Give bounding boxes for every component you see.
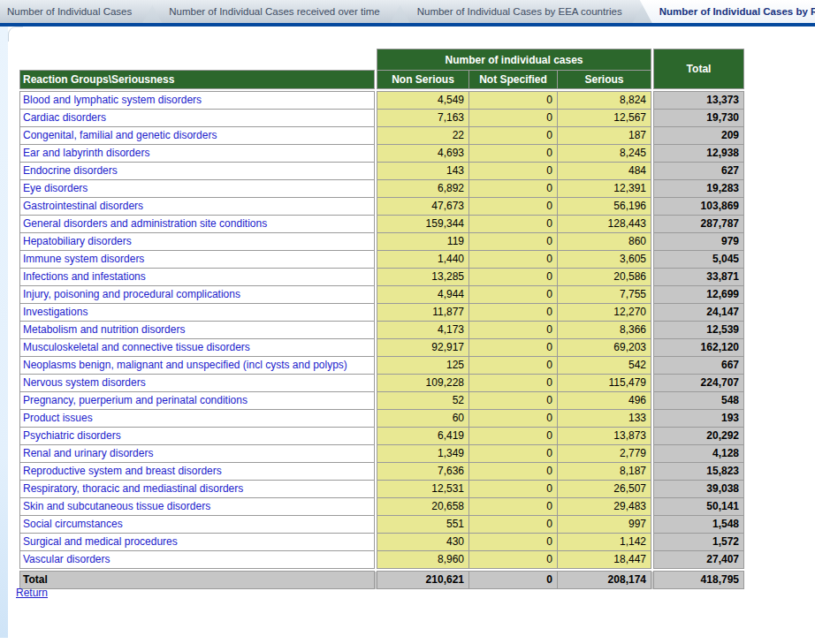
case-count-cell: 1,142 — [558, 534, 651, 551]
case-count-cell: 0 — [469, 180, 558, 198]
reaction-group-link[interactable]: Neoplasms benign, malignant and unspecif… — [20, 357, 375, 375]
grand-total: 418,795 — [654, 572, 744, 589]
row-total-cell: 103,869 — [654, 198, 744, 216]
reaction-group-link[interactable]: Vascular disorders — [20, 551, 375, 569]
reaction-group-link[interactable]: Psychiatric disorders — [20, 428, 375, 445]
case-count-cell: 997 — [558, 516, 651, 534]
case-count-cell: 0 — [469, 145, 558, 163]
row-total-cell: 1,548 — [654, 516, 744, 534]
case-count-cell: 128,443 — [558, 216, 651, 233]
reaction-group-link[interactable]: Gastrointestinal disorders — [20, 198, 375, 216]
row-total-cell: 24,147 — [654, 304, 744, 322]
table-row: Investigations11,877012,27024,147 — [20, 304, 744, 322]
table-row: Surgical and medical procedures43001,142… — [20, 534, 744, 551]
case-count-cell: 13,873 — [558, 428, 651, 445]
row-total-cell: 1,572 — [654, 534, 744, 551]
case-count-cell: 0 — [469, 269, 558, 286]
reaction-group-link[interactable]: Injury, poisoning and procedural complic… — [20, 286, 375, 304]
case-count-cell: 860 — [558, 233, 651, 251]
table-row: Cardiac disorders7,163012,56719,730 — [20, 110, 744, 127]
table-row: Infections and infestations13,285020,586… — [20, 269, 744, 286]
reaction-group-link[interactable]: Infections and infestations — [20, 269, 375, 286]
table-row: Musculoskeletal and connective tissue di… — [20, 339, 744, 357]
case-count-cell: 12,567 — [558, 110, 651, 127]
reaction-group-link[interactable]: Reproductive system and breast disorders — [20, 463, 375, 481]
reaction-group-link[interactable]: General disorders and administration sit… — [20, 216, 375, 233]
header-row-group: Number of individual cases Total — [20, 49, 744, 71]
case-count-cell: 69,203 — [558, 339, 651, 357]
reaction-group-link[interactable]: Cardiac disorders — [20, 110, 375, 127]
reaction-group-link[interactable]: Congenital, familial and genetic disorde… — [20, 127, 375, 145]
case-count-cell: 0 — [469, 534, 558, 551]
table-row: Ear and labyrinth disorders4,69308,24512… — [20, 145, 744, 163]
reaction-group-link[interactable]: Eye disorders — [20, 180, 375, 198]
case-count-cell: 8,960 — [377, 551, 469, 569]
case-count-cell: 0 — [469, 127, 558, 145]
case-count-cell: 11,877 — [377, 304, 469, 322]
table-row: Reproductive system and breast disorders… — [20, 463, 744, 481]
reaction-group-link[interactable]: Hepatobiliary disorders — [20, 233, 375, 251]
case-count-cell: 22 — [377, 127, 469, 145]
row-total-cell: 287,787 — [654, 216, 744, 233]
reaction-group-link[interactable]: Product issues — [20, 410, 375, 428]
reaction-group-link[interactable]: Immune system disorders — [20, 251, 375, 269]
row-total-cell: 12,938 — [654, 145, 744, 163]
case-count-cell: 430 — [377, 534, 469, 551]
table-row: Skin and subcutaneous tissue disorders20… — [20, 498, 744, 516]
case-count-cell: 26,507 — [558, 481, 651, 498]
case-count-cell: 60 — [377, 410, 469, 428]
reaction-group-link[interactable]: Metabolism and nutrition disorders — [20, 322, 375, 339]
case-count-cell: 1,440 — [377, 251, 469, 269]
tab-3[interactable]: Number of Individual Cases by EEA countr… — [398, 0, 645, 23]
row-total-cell: 224,707 — [654, 375, 744, 392]
reaction-group-link[interactable]: Nervous system disorders — [20, 375, 375, 392]
case-count-cell: 8,245 — [558, 145, 651, 163]
table-body: Blood and lymphatic system disorders4,54… — [20, 89, 744, 569]
tab-1[interactable]: Number of Individual Cases — [0, 0, 155, 23]
reaction-group-link[interactable]: Blood and lymphatic system disorders — [20, 92, 375, 110]
case-count-cell: 12,270 — [558, 304, 651, 322]
table-row: Congenital, familial and genetic disorde… — [20, 127, 744, 145]
case-count-cell: 7,755 — [558, 286, 651, 304]
reaction-group-link[interactable]: Pregnancy, puerperium and perinatal cond… — [20, 392, 375, 410]
tab-2[interactable]: Number of Individual Cases received over… — [149, 0, 402, 23]
case-count-cell: 56,196 — [558, 198, 651, 216]
table-row: Endocrine disorders1430484627 — [20, 163, 744, 180]
case-count-cell: 0 — [469, 410, 558, 428]
case-count-cell: 6,419 — [377, 428, 469, 445]
row-total-cell: 15,823 — [654, 463, 744, 481]
case-count-cell: 4,173 — [377, 322, 469, 339]
reaction-group-link[interactable]: Skin and subcutaneous tissue disorders — [20, 498, 375, 516]
case-count-cell: 4,549 — [377, 92, 469, 110]
reaction-group-link[interactable]: Musculoskeletal and connective tissue di… — [20, 339, 375, 357]
table-row: Nervous system disorders109,2280115,4792… — [20, 375, 744, 392]
case-count-cell: 0 — [469, 339, 558, 357]
table-row: Injury, poisoning and procedural complic… — [20, 286, 744, 304]
case-count-cell: 0 — [469, 445, 558, 463]
header-row-columns: Reaction Groups\Seriousness Non Serious … — [20, 71, 744, 89]
case-count-cell: 20,658 — [377, 498, 469, 516]
reaction-group-link[interactable]: Renal and urinary disorders — [20, 445, 375, 463]
total-row-label: Total — [20, 572, 375, 589]
column-group-header: Number of individual cases — [377, 49, 651, 71]
case-count-cell: 18,447 — [558, 551, 651, 569]
reaction-group-link[interactable]: Ear and labyrinth disorders — [20, 145, 375, 163]
case-count-cell: 496 — [558, 392, 651, 410]
reaction-group-link[interactable]: Endocrine disorders — [20, 163, 375, 180]
reaction-group-link[interactable]: Investigations — [20, 304, 375, 322]
reaction-group-link[interactable]: Surgical and medical procedures — [20, 534, 375, 551]
report-content: Number of individual cases Total Reactio… — [0, 27, 815, 644]
total-non-serious: 210,621 — [377, 572, 469, 589]
row-total-cell: 4,128 — [654, 445, 744, 463]
reaction-group-link[interactable]: Social circumstances — [20, 516, 375, 534]
return-link[interactable]: Return — [16, 587, 48, 599]
case-count-cell: 0 — [469, 286, 558, 304]
row-total-cell: 39,038 — [654, 481, 744, 498]
tab-4[interactable]: Number of Individual Cases by Reaction G… — [640, 0, 815, 23]
reaction-group-link[interactable]: Respiratory, thoracic and mediastinal di… — [20, 481, 375, 498]
row-dimension-header: Reaction Groups\Seriousness — [20, 71, 375, 89]
table-row: Metabolism and nutrition disorders4,1730… — [20, 322, 744, 339]
content-corner — [8, 27, 23, 42]
row-total-cell: 27,407 — [654, 551, 744, 569]
case-count-cell: 0 — [469, 322, 558, 339]
